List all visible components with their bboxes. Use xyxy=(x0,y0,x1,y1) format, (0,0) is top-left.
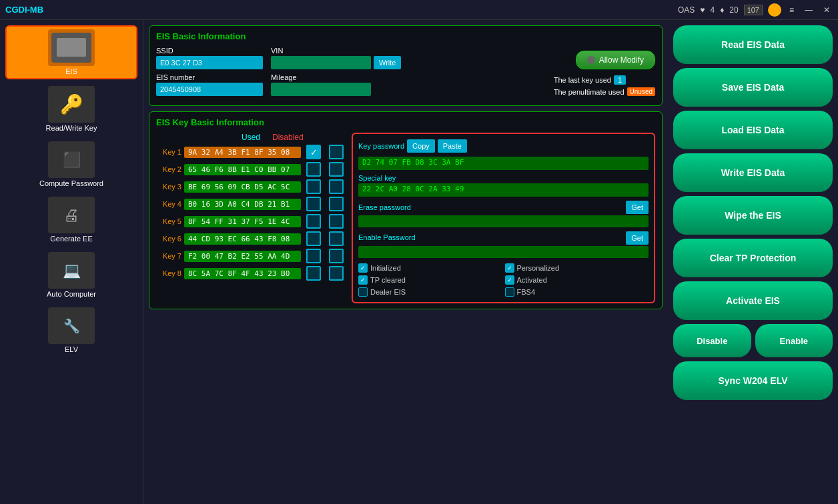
key-7-used-checkbox[interactable] xyxy=(306,249,321,263)
erase-get-button[interactable]: Get xyxy=(626,201,649,214)
key-6-disabled-checkbox[interactable] xyxy=(329,231,344,246)
status-item: FBS4 xyxy=(505,287,649,297)
password-panel: Key password Copy Paste D2 74 07 FB D8 3… xyxy=(352,133,655,303)
eis-number-input[interactable] xyxy=(156,83,263,96)
minimize-button[interactable]: — xyxy=(802,5,815,15)
key-8-used-checkbox[interactable] xyxy=(306,266,321,281)
status-checkbox-fbs4[interactable] xyxy=(505,287,514,297)
sidebar-item-elv[interactable]: 🔧 ELV xyxy=(5,305,137,356)
sidebar-item-eis[interactable]: EIS xyxy=(5,25,137,79)
activate-eis-button[interactable]: Activate EIS xyxy=(673,281,833,320)
key-2-disabled-checkbox[interactable] xyxy=(329,162,344,177)
allow-modify-button[interactable]: Allow Modify xyxy=(576,51,655,69)
mileage-input[interactable] xyxy=(271,83,371,96)
erase-password-value xyxy=(358,215,649,227)
key-4-data: B0 16 3D A0 C4 DB 21 B1 xyxy=(184,199,301,210)
erase-password-label: Erase password xyxy=(358,203,411,211)
disable-button[interactable]: Disable xyxy=(673,324,751,357)
wipe-eis-button[interactable]: Wipe the EIS xyxy=(673,196,833,235)
clear-tp-protection-button[interactable]: Clear TP Protection xyxy=(673,239,833,277)
status-checkbox-activated[interactable] xyxy=(505,275,514,285)
status-checkbox-initialized[interactable] xyxy=(358,263,368,273)
eis-basic-info-row1: SSID VIN Write Allow Modify xyxy=(156,47,655,69)
enable-password-label: Enable Password xyxy=(358,233,416,241)
eis-key-info-title: EIS Key Basic Information xyxy=(156,117,655,127)
read-eis-data-button[interactable]: Read EIS Data xyxy=(673,25,833,64)
heart-count: 4 xyxy=(710,5,715,15)
key-row: Key 88C 5A 7C 8F 4F 43 23 B0 xyxy=(156,266,346,281)
enable-password-row: Enable Password Get xyxy=(358,231,649,245)
status-item: TP cleared xyxy=(358,275,502,285)
right-buttons: Read EIS Data Save EIS Data Load EIS Dat… xyxy=(668,20,838,504)
key-5-data: 8F 54 FF 31 37 F5 1E 4C xyxy=(184,216,301,227)
sidebar-item-compute-password[interactable]: ⬛ Compute Password xyxy=(5,139,137,190)
vin-input[interactable] xyxy=(271,56,371,69)
write-eis-data-button[interactable]: Write EIS Data xyxy=(673,153,833,192)
paste-button[interactable]: Paste xyxy=(438,139,467,153)
status-grid: InitializedPersonalizedTP clearedActivat… xyxy=(358,263,649,297)
enable-button[interactable]: Enable xyxy=(755,324,833,357)
key-3-disabled-checkbox[interactable] xyxy=(329,179,344,194)
user-avatar xyxy=(768,3,781,17)
key-4-disabled-checkbox[interactable] xyxy=(329,197,344,211)
close-button[interactable]: ✕ xyxy=(821,5,833,15)
ssid-group: SSID xyxy=(156,47,263,69)
key-5-used-checkbox[interactable] xyxy=(306,214,321,229)
sidebar-item-generate-ee[interactable]: 🖨 Generate EE xyxy=(5,194,137,245)
key-4-label: Key 4 xyxy=(156,200,181,208)
key-right-area: Key password Copy Paste D2 74 07 FB D8 3… xyxy=(352,133,655,303)
sidebar: EIS 🔑 Read/Write Key ⬛ Compute Password … xyxy=(0,20,143,504)
main-container: EIS 🔑 Read/Write Key ⬛ Compute Password … xyxy=(0,20,838,504)
save-eis-data-button[interactable]: Save EIS Data xyxy=(673,68,833,107)
sidebar-auto-computer-label: Auto Computer xyxy=(47,290,96,298)
key-2-used-checkbox[interactable] xyxy=(306,162,321,177)
status-item: Activated xyxy=(505,275,649,285)
sync-w204-elv-button[interactable]: Sync W204 ELV xyxy=(673,361,833,400)
enable-get-button[interactable]: Get xyxy=(626,231,649,245)
key-password-row: Key password Copy Paste xyxy=(358,139,649,153)
title-bar: CGDI-MB OAS ♥ 4 ♦ 20 107 ≡ — ✕ xyxy=(0,0,838,20)
key-row: Key 644 CD 93 EC 66 43 F8 08 xyxy=(156,231,346,246)
key-7-disabled-checkbox[interactable] xyxy=(329,249,344,263)
key-8-disabled-checkbox[interactable] xyxy=(329,266,344,281)
key-4-used-checkbox[interactable] xyxy=(306,197,321,211)
key-6-data: 44 CD 93 EC 66 43 F8 08 xyxy=(184,233,301,245)
center-content: EIS Basic Information SSID VIN Write xyxy=(143,20,668,504)
status-item: Initialized xyxy=(358,263,502,273)
key-password-value: D2 74 07 FB D8 3C 3A BF xyxy=(358,157,649,170)
key-3-used-checkbox[interactable] xyxy=(306,179,321,194)
key-rows-container: Key 19A 32 A4 3B F1 8F 35 08Key 265 46 F… xyxy=(156,145,346,281)
key-1-disabled-checkbox[interactable] xyxy=(329,145,344,159)
last-key-used: The last key used 1 xyxy=(554,75,626,85)
allow-modify-label: Allow Modify xyxy=(599,55,644,65)
key-5-disabled-checkbox[interactable] xyxy=(329,214,344,229)
key-table-header: Used Disabled xyxy=(156,133,346,142)
status-checkbox-tp-cleared[interactable] xyxy=(358,275,368,285)
vin-label: VIN xyxy=(271,47,401,55)
key-8-data: 8C 5A 7C 8F 4F 43 23 B0 xyxy=(184,268,301,279)
sidebar-item-read-write-key[interactable]: 🔑 Read/Write Key xyxy=(5,83,137,135)
key-1-used-checkbox[interactable] xyxy=(306,145,321,159)
copy-button[interactable]: Copy xyxy=(407,139,435,153)
mileage-group: Mileage xyxy=(271,73,371,96)
ssid-input[interactable] xyxy=(156,56,263,69)
key-3-label: Key 3 xyxy=(156,183,181,191)
status-checkbox-personalized[interactable] xyxy=(505,263,514,273)
key-list-area: Used Disabled Key 19A 32 A4 3B F1 8F 35 … xyxy=(156,133,346,303)
app-title: CGDI-MB xyxy=(5,5,43,15)
sidebar-eis-label: EIS xyxy=(65,67,77,75)
vin-write-button[interactable]: Write xyxy=(374,56,401,69)
menu-button[interactable]: ≡ xyxy=(787,5,797,15)
status-checkbox-dealer-eis[interactable] xyxy=(358,287,368,297)
load-eis-data-button[interactable]: Load EIS Data xyxy=(673,111,833,149)
ssid-label: SSID xyxy=(156,47,263,55)
sidebar-item-auto-computer[interactable]: 💻 Auto Computer xyxy=(5,249,137,301)
sidebar-compute-password-label: Compute Password xyxy=(39,179,103,187)
key-6-used-checkbox[interactable] xyxy=(306,231,321,246)
status-item: Dealer EIS xyxy=(358,287,502,297)
key-row: Key 3BE 69 56 09 CB D5 AC 5C xyxy=(156,179,346,194)
disabled-header: Disabled xyxy=(272,133,304,142)
key-5-label: Key 5 xyxy=(156,217,181,225)
diamond-icon: ♦ xyxy=(720,5,724,15)
key-6-label: Key 6 xyxy=(156,235,181,243)
